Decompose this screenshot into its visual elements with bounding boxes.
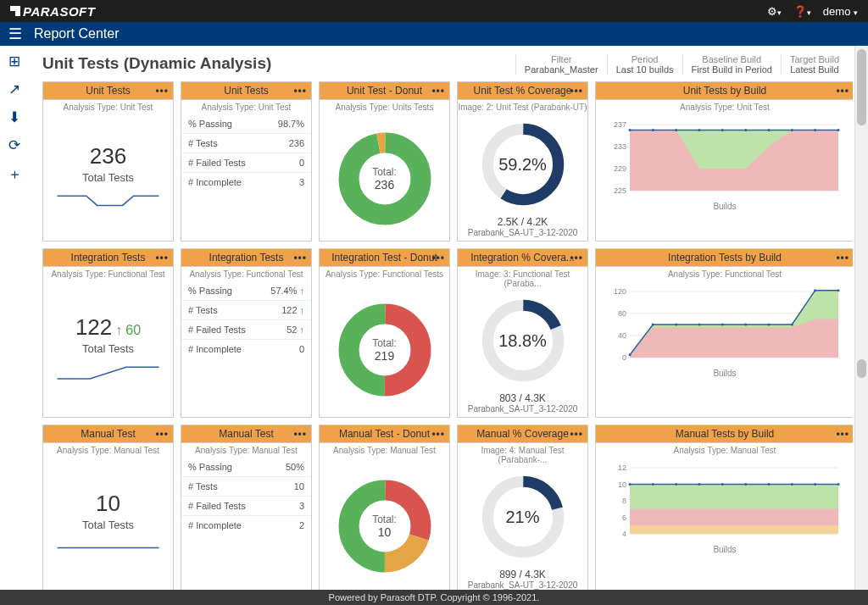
filter-cell[interactable]: FilterParabank_Master xyxy=(515,54,607,75)
stat-row: # Failed Tests52↑ xyxy=(181,319,311,339)
svg-point-18 xyxy=(768,129,771,131)
more-icon[interactable]: ••• xyxy=(836,252,849,264)
svg-point-19 xyxy=(791,129,793,131)
filter-label: Target Build xyxy=(790,54,839,64)
svg-point-20 xyxy=(814,129,816,131)
hamburger-icon[interactable]: ☰ xyxy=(8,25,22,43)
chart-xlabel: Builds xyxy=(596,200,853,213)
widget-subtitle: Analysis Type: Manual Test xyxy=(596,443,853,458)
app-title: Report Center xyxy=(34,26,120,42)
download-icon[interactable]: ⬇ xyxy=(8,108,20,126)
user-menu[interactable]: demo ▾ xyxy=(823,5,858,18)
widget-subtitle: Analysis Type: Functional Test xyxy=(43,267,173,281)
svg-point-40 xyxy=(768,324,771,326)
donut-chart: Total:236 xyxy=(337,131,432,226)
svg-point-39 xyxy=(744,324,747,326)
more-icon[interactable]: ••• xyxy=(836,428,849,440)
svg-point-63 xyxy=(721,483,724,486)
topbar: PARASOFT ⚙▾ ❓▾ demo ▾ xyxy=(0,0,868,22)
scroll-thumb[interactable] xyxy=(857,359,866,378)
chart-xlabel: Builds xyxy=(596,367,853,380)
count-value: 122↑60 xyxy=(75,314,141,341)
coverage-widget[interactable]: Integration % Covera...••• Image: 3: Fun… xyxy=(457,248,588,418)
more-icon[interactable]: ••• xyxy=(836,85,849,97)
topbar-right: ⚙▾ ❓▾ demo ▾ xyxy=(767,5,858,18)
donut-chart: Total:10 xyxy=(337,479,432,574)
svg-point-16 xyxy=(721,129,724,131)
stat-row: # Incomplete3 xyxy=(181,172,311,191)
svg-text:225: 225 xyxy=(614,186,626,195)
more-icon[interactable]: ••• xyxy=(293,428,307,440)
count-widget[interactable]: Unit Tests••• Analysis Type: Unit Test 2… xyxy=(42,81,174,241)
svg-point-42 xyxy=(814,289,816,291)
svg-text:0: 0 xyxy=(622,353,626,362)
main-content: Unit Tests (Dynamic Analysis) FilterPara… xyxy=(29,46,853,590)
trend-widget[interactable]: Manual Tests by Build••• Analysis Type: … xyxy=(595,425,853,590)
svg-point-34 xyxy=(629,353,632,356)
refresh-icon[interactable]: ⟳ xyxy=(8,136,20,154)
filter-value: First Build in Period xyxy=(692,64,772,75)
page-title: Unit Tests (Dynamic Analysis) xyxy=(42,54,271,73)
widget-header: Unit Tests••• xyxy=(43,82,173,100)
coverage-widget[interactable]: Unit Test % Coverage••• Image: 2: Unit T… xyxy=(457,81,588,241)
stat-row: # Failed Tests0 xyxy=(181,153,311,172)
filter-label: Baseline Build xyxy=(692,54,772,64)
widget-subtitle: Analysis Type: Manual Test xyxy=(320,443,449,458)
widget-subtitle: Image: 4: Manual Test (Parabank-... xyxy=(458,443,587,467)
svg-point-35 xyxy=(652,324,654,326)
svg-point-60 xyxy=(652,483,654,486)
svg-text:40: 40 xyxy=(618,331,626,340)
svg-point-36 xyxy=(675,324,677,326)
page-header: Unit Tests (Dynamic Analysis) FilterPara… xyxy=(29,46,853,81)
widget-header: Unit Test % Coverage••• xyxy=(458,82,587,100)
help-icon[interactable]: ❓▾ xyxy=(793,5,811,18)
scroll-thumb[interactable] xyxy=(857,49,866,125)
scrollbar[interactable] xyxy=(854,46,868,590)
more-icon[interactable]: ••• xyxy=(293,252,307,264)
count-widget[interactable]: Manual Test••• Analysis Type: Manual Tes… xyxy=(42,425,174,590)
stats-widget[interactable]: Unit Tests••• Analysis Type: Unit Test %… xyxy=(181,81,312,241)
stats-widget[interactable]: Manual Test••• Analysis Type: Manual Tes… xyxy=(181,425,312,590)
add-icon[interactable]: ＋ xyxy=(8,164,22,184)
count-widget[interactable]: Integration Tests••• Analysis Type: Func… xyxy=(42,248,174,418)
more-icon[interactable]: ••• xyxy=(155,428,169,440)
widget-subtitle: Analysis Type: Functional Tests xyxy=(320,267,449,281)
add-widget-icon[interactable]: ⊞ xyxy=(8,53,20,70)
svg-text:12: 12 xyxy=(618,463,626,472)
export-icon[interactable]: ↗ xyxy=(8,80,20,98)
more-icon[interactable]: ••• xyxy=(570,252,583,264)
widget-header: Integration Tests by Build••• xyxy=(596,249,853,267)
trend-widget[interactable]: Integration Tests by Build••• Analysis T… xyxy=(595,248,853,418)
more-icon[interactable]: ••• xyxy=(431,85,445,97)
brand-logo: PARASOFT xyxy=(10,4,95,19)
coverage-ratio: 803 / 4.3K xyxy=(499,392,546,404)
stat-row: # Failed Tests3 xyxy=(181,496,311,515)
filter-cell[interactable]: Baseline BuildFirst Build in Period xyxy=(682,54,781,75)
more-icon[interactable]: ••• xyxy=(155,85,169,97)
filter-cell[interactable]: PeriodLast 10 builds xyxy=(607,54,682,75)
more-icon[interactable]: ••• xyxy=(570,85,583,97)
widget-header: Manual Test - Donut••• xyxy=(320,425,449,443)
trend-widget[interactable]: Unit Tests by Build••• Analysis Type: Un… xyxy=(595,81,853,241)
svg-point-67 xyxy=(814,483,816,486)
stats-widget[interactable]: Integration Tests••• Analysis Type: Func… xyxy=(181,248,312,418)
widget-subtitle: Analysis Type: Units Tests xyxy=(320,100,449,114)
more-icon[interactable]: ••• xyxy=(293,85,307,97)
stat-row: # Incomplete0 xyxy=(181,339,311,358)
donut-widget[interactable]: Manual Test - Donut••• Analysis Type: Ma… xyxy=(319,425,450,590)
widget-subtitle: Analysis Type: Functional Test xyxy=(181,267,311,281)
widget-header: Manual Test••• xyxy=(43,425,173,443)
donut-widget[interactable]: Unit Test - Donut••• Analysis Type: Unit… xyxy=(319,81,450,241)
more-icon[interactable]: ••• xyxy=(431,428,445,440)
svg-text:237: 237 xyxy=(614,120,626,129)
filter-cell[interactable]: Target BuildLatest Build xyxy=(781,54,848,75)
more-icon[interactable]: ••• xyxy=(155,252,169,264)
stat-row: % Passing57.4%↑ xyxy=(181,281,311,300)
widget-header: Manual Test••• xyxy=(181,425,311,443)
donut-widget[interactable]: Integration Test - Donut••• Analysis Typ… xyxy=(319,248,450,418)
gear-icon[interactable]: ⚙▾ xyxy=(767,5,782,18)
count-label: Total Tests xyxy=(82,519,134,531)
more-icon[interactable]: ••• xyxy=(570,428,583,440)
more-icon[interactable]: ••• xyxy=(431,252,445,264)
coverage-widget[interactable]: Manual % Coverage••• Image: 4: Manual Te… xyxy=(457,425,588,590)
